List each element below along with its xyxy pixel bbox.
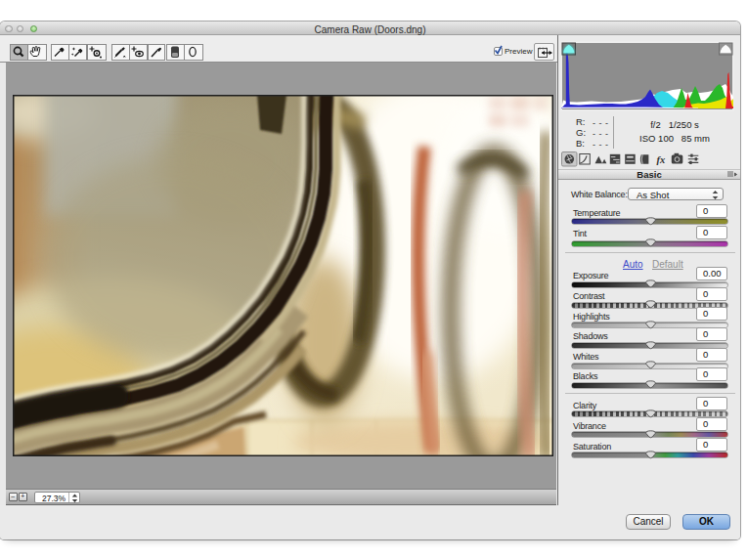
svg-text:fx: fx (657, 154, 666, 165)
